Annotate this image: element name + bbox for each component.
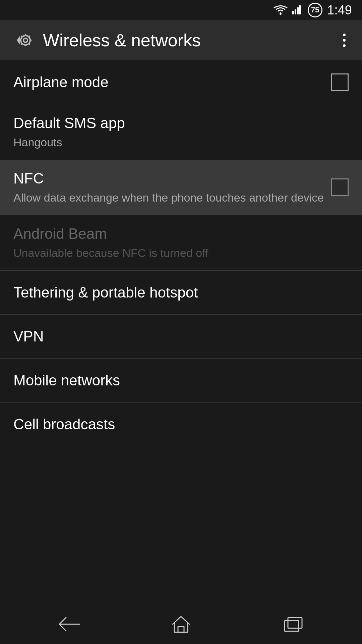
menu-dot-3: [343, 44, 346, 47]
mobile-networks-item[interactable]: Mobile networks: [0, 359, 362, 402]
tethering-content: Tethering & portable hotspot: [13, 284, 349, 302]
back-button[interactable]: [53, 611, 86, 638]
cell-broadcasts-content: Cell broadcasts: [13, 416, 349, 433]
app-bar: Wireless & networks: [0, 20, 362, 60]
cell-broadcasts-title: Cell broadcasts: [13, 416, 349, 433]
settings-list: Airplane mode Default SMS app Hangouts N…: [0, 60, 362, 446]
nfc-subtitle: Allow data exchange when the phone touch…: [13, 190, 331, 205]
nfc-checkbox[interactable]: [331, 178, 349, 196]
android-beam-content: Android Beam Unavailable because NFC is …: [13, 225, 349, 260]
tethering-title: Tethering & portable hotspot: [13, 284, 349, 302]
menu-dot-2: [343, 39, 346, 42]
nfc-content: NFC Allow data exchange when the phone t…: [13, 170, 331, 205]
svg-rect-4: [299, 5, 301, 14]
overflow-menu-button[interactable]: [336, 30, 353, 50]
settings-back-icon[interactable]: [9, 28, 34, 52]
home-button[interactable]: [164, 611, 198, 638]
svg-line-12: [29, 44, 30, 45]
svg-rect-16: [178, 627, 184, 632]
cell-broadcasts-item[interactable]: Cell broadcasts: [0, 402, 362, 446]
nav-bar: [0, 604, 362, 644]
nfc-item[interactable]: NFC Allow data exchange when the phone t…: [0, 160, 362, 215]
default-sms-title: Default SMS app: [13, 114, 349, 132]
signal-icon: [292, 4, 303, 16]
status-time: 1:49: [327, 3, 352, 17]
menu-dot-1: [343, 34, 346, 36]
airplane-mode-checkbox[interactable]: [331, 73, 349, 91]
android-beam-title: Android Beam: [13, 225, 349, 243]
svg-rect-17: [288, 618, 302, 628]
svg-line-14: [29, 36, 30, 37]
wifi-icon: [274, 5, 288, 15]
default-sms-content: Default SMS app Hangouts: [13, 114, 349, 150]
svg-rect-1: [292, 11, 294, 14]
default-sms-subtitle: Hangouts: [13, 135, 349, 150]
status-icons: 75 1:49: [274, 3, 352, 17]
android-beam-subtitle: Unavailable because NFC is turned off: [13, 246, 349, 260]
mobile-networks-content: Mobile networks: [13, 372, 349, 389]
nfc-title: NFC: [13, 170, 331, 187]
svg-line-13: [21, 44, 22, 45]
vpn-title: VPN: [13, 328, 349, 345]
status-bar: 75 1:49: [0, 0, 362, 20]
default-sms-app-item[interactable]: Default SMS app Hangouts: [0, 104, 362, 160]
page-title: Wireless & networks: [43, 30, 326, 50]
vpn-item[interactable]: VPN: [0, 315, 362, 358]
vpn-content: VPN: [13, 328, 349, 345]
airplane-mode-title: Airplane mode: [13, 73, 331, 91]
svg-rect-2: [295, 9, 296, 14]
svg-rect-18: [285, 621, 299, 631]
svg-point-5: [21, 36, 30, 45]
recents-button[interactable]: [276, 611, 309, 638]
svg-rect-3: [297, 7, 299, 14]
battery-icon: 75: [308, 3, 322, 17]
android-beam-item: Android Beam Unavailable because NFC is …: [0, 215, 362, 270]
airplane-mode-item[interactable]: Airplane mode: [0, 60, 362, 104]
tethering-item[interactable]: Tethering & portable hotspot: [0, 271, 362, 314]
mobile-networks-title: Mobile networks: [13, 372, 349, 389]
svg-point-0: [280, 13, 282, 15]
airplane-mode-content: Airplane mode: [13, 73, 331, 91]
svg-line-11: [21, 36, 22, 37]
svg-point-6: [23, 38, 27, 42]
